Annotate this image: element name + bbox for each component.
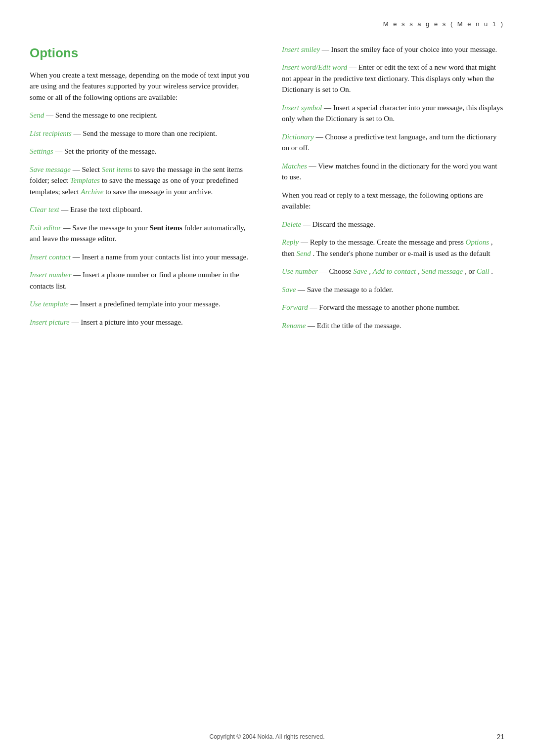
list-item: Use template — Insert a predefined templ… <box>30 298 252 310</box>
term-call-inline: Call <box>477 267 490 275</box>
transition-text: When you read or reply to a text message… <box>282 191 483 210</box>
def-reply-1: — Reply to the message. Create the messa… <box>301 238 466 246</box>
right-column: Insert smiley — Insert the smiley face o… <box>277 44 504 338</box>
header-text: M e s s a g e s ( M e n u 1 ) <box>383 20 504 28</box>
term-dictionary: Dictionary <box>282 133 314 141</box>
term-sent-items: Sent items <box>102 166 132 173</box>
list-item: Forward — Forward the message to another… <box>282 302 504 313</box>
page-number: 21 <box>496 732 504 742</box>
list-item: Insert symbol — Insert a special charact… <box>282 102 504 125</box>
list-item: Insert smiley — Insert the smiley face o… <box>282 44 504 55</box>
page-title: Options <box>30 44 252 63</box>
term-save-message: Save message <box>30 166 71 173</box>
term-use-number: Use number <box>282 267 318 275</box>
page: M e s s a g e s ( M e n u 1 ) Options Wh… <box>0 0 534 756</box>
def-save: — Save the message to a folder. <box>298 286 393 294</box>
term-clear-text: Clear text <box>30 206 59 213</box>
term-sent-items-bold: Sent items <box>149 224 182 232</box>
def-save-message-4: to save the message in your archive. <box>105 188 213 196</box>
def-save-message-1: — Select <box>73 166 102 173</box>
def-insert-picture: — Insert a picture into your message. <box>71 318 182 326</box>
intro-paragraph: When you create a text message, dependin… <box>30 70 252 103</box>
copyright-text: Copyright © 2004 Nokia. All rights reser… <box>210 733 325 741</box>
def-rename: — Edit the title of the message. <box>308 322 401 330</box>
def-use-number-5: . <box>491 267 493 275</box>
term-delete: Delete <box>282 220 301 228</box>
list-item: Insert word/Edit word — Enter or edit th… <box>282 62 504 95</box>
def-use-number-1: — Choose <box>320 267 354 275</box>
term-rename: Rename <box>282 322 306 330</box>
def-dictionary: — Choose a predictive text language, and… <box>282 133 496 152</box>
page-header: M e s s a g e s ( M e n u 1 ) <box>30 20 504 29</box>
page-footer: Copyright © 2004 Nokia. All rights reser… <box>0 733 534 741</box>
def-matches: — View matches found in the dictionary f… <box>282 162 497 181</box>
list-item: Exit editor — Save the message to your S… <box>30 222 252 245</box>
list-item: Delete — Discard the message. <box>282 219 504 230</box>
def-forward: — Forward the message to another phone n… <box>310 303 460 311</box>
list-item: Insert number — Insert a phone number or… <box>30 269 252 292</box>
list-item: Use number — Choose Save , Add to contac… <box>282 266 504 277</box>
term-list-recipients: List recipients <box>30 129 72 137</box>
left-column: Options When you create a text message, … <box>30 44 257 338</box>
term-reply: Reply <box>282 238 299 246</box>
term-archive: Archive <box>81 188 103 196</box>
term-save: Save <box>282 286 296 294</box>
term-settings: Settings <box>30 147 53 155</box>
def-use-template: — Insert a predefined template into your… <box>70 300 220 308</box>
term-insert-picture: Insert picture <box>30 318 70 326</box>
def-insert-smiley: — Insert the smiley face of your choice … <box>322 45 497 53</box>
term-send-message-inline: Send message <box>421 267 463 275</box>
def-reply-3: . The sender's phone number or e-mail is… <box>313 250 490 257</box>
list-item: Insert picture — Insert a picture into y… <box>30 317 252 328</box>
def-use-number-4: , or <box>465 267 477 275</box>
term-use-template: Use template <box>30 300 69 308</box>
def-list-recipients: — Send the message to more than one reci… <box>74 129 217 137</box>
transition-paragraph: When you read or reply to a text message… <box>282 190 504 212</box>
term-add-to-contact: Add to contact <box>373 267 416 275</box>
term-send: Send <box>30 111 44 119</box>
list-item: Insert contact — Insert a name from your… <box>30 252 252 263</box>
def-delete: — Discard the message. <box>303 220 375 228</box>
term-insert-word: Insert word/Edit word <box>282 63 347 71</box>
def-insert-contact: — Insert a name from your contacts list … <box>73 253 248 261</box>
def-send: — Send the message to one recipient. <box>46 111 158 119</box>
def-use-number-2: , <box>369 267 373 275</box>
list-item: Dictionary — Choose a predictive text la… <box>282 131 504 154</box>
list-item: Reply — Reply to the message. Create the… <box>282 237 504 259</box>
list-item: Rename — Edit the title of the message. <box>282 320 504 332</box>
term-insert-smiley: Insert smiley <box>282 45 320 53</box>
list-item: Save message — Select Sent items to save… <box>30 164 252 198</box>
def-clear-text: — Erase the text clipboard. <box>61 206 142 213</box>
term-insert-number: Insert number <box>30 271 72 279</box>
def-settings: — Set the priority of the message. <box>55 147 156 155</box>
list-item: Clear text — Erase the text clipboard. <box>30 204 252 215</box>
list-item: Save — Save the message to a folder. <box>282 284 504 295</box>
term-forward: Forward <box>282 303 308 311</box>
list-item: Send — Send the message to one recipient… <box>30 110 252 121</box>
list-item: List recipients — Send the message to mo… <box>30 128 252 139</box>
term-templates: Templates <box>70 176 100 184</box>
term-insert-contact: Insert contact <box>30 253 71 261</box>
term-matches: Matches <box>282 162 307 170</box>
list-item: Settings — Set the priority of the messa… <box>30 146 252 157</box>
term-insert-symbol: Insert symbol <box>282 104 322 112</box>
term-save-inline: Save <box>353 267 367 275</box>
list-item: Matches — View matches found in the dict… <box>282 161 504 183</box>
term-options-inline: Options <box>466 238 490 246</box>
def-exit-editor-1: — Save the message to your <box>63 224 150 232</box>
content-wrapper: Options When you create a text message, … <box>30 44 504 338</box>
term-send-inline: Send <box>297 250 311 257</box>
term-exit-editor: Exit editor <box>30 224 61 232</box>
